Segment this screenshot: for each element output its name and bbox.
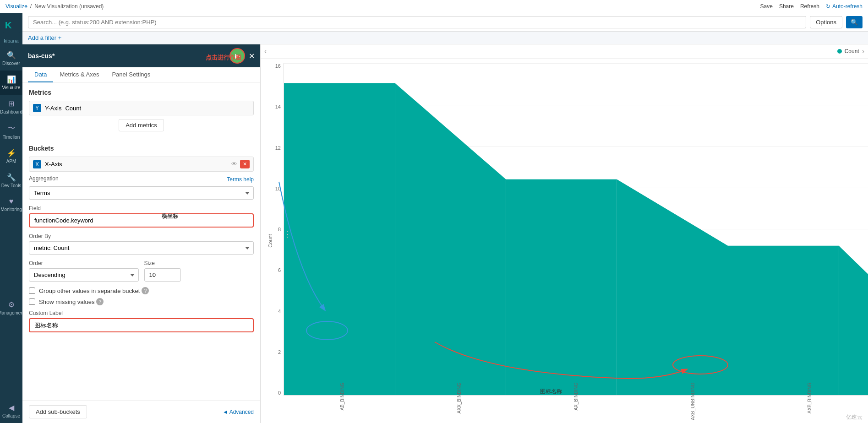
tab-data[interactable]: Data	[28, 67, 53, 82]
sidebar-item-apm[interactable]: ⚡ APM	[0, 144, 22, 168]
panel-tabs: Data Metrics & Axes Panel Settings	[22, 67, 260, 82]
panel-header: bas-cus* ✕	[22, 44, 260, 67]
order-by-select[interactable]: metric: Count	[29, 241, 254, 255]
visualize-icon: 📊	[7, 75, 16, 84]
show-missing-row: Show missing values ?	[29, 298, 254, 305]
metric-yaxis-label: Y-Axis	[45, 105, 61, 112]
sidebar-item-label: Dashboard	[0, 109, 22, 114]
run-button[interactable]	[229, 48, 245, 64]
sidebar-item-label: Discover	[2, 61, 20, 66]
save-button[interactable]: Save	[760, 3, 773, 10]
sidebar-item-devtools[interactable]: 🔧 Dev Tools	[0, 168, 22, 193]
legend-count-label: Count	[845, 48, 859, 54]
add-subbuckets-button[interactable]: Add sub-buckets	[29, 405, 87, 418]
sidebar-item-timelion[interactable]: 〜 Timelion	[0, 119, 22, 144]
sidebar-item-management[interactable]: ⚙ Management	[0, 296, 22, 320]
order-label: Order	[29, 260, 139, 266]
sidebar-item-collapse[interactable]: ◀ Collapse	[0, 399, 22, 423]
tab-panel-settings[interactable]: Panel Settings	[105, 67, 157, 82]
filter-bar: Add a filter +	[22, 32, 868, 44]
breadcrumb-visualize[interactable]: Visualize	[5, 3, 27, 10]
panel-content: Metrics Y Y-Axis Count Add metrics Bucke…	[22, 82, 260, 400]
metric-row-yaxis: Y Y-Axis Count	[29, 101, 254, 115]
order-select[interactable]: Descending	[29, 268, 139, 282]
search-button[interactable]: 🔍	[846, 16, 863, 28]
sidebar-item-label: Timelion	[3, 135, 20, 140]
bucket-toggle-button[interactable]: 👁	[230, 160, 238, 168]
show-missing-label: Show missing values ?	[39, 298, 104, 305]
advanced-link[interactable]: ◄ Advanced	[223, 409, 254, 415]
metric-icon: Y	[33, 104, 41, 112]
x-label: AB_BINDING	[340, 383, 345, 411]
field-label: Field	[29, 205, 254, 212]
order-group: Order Descending	[29, 260, 139, 282]
buckets-section-title: Buckets	[29, 145, 254, 152]
x-label: AXX_BINDING	[457, 383, 462, 413]
breadcrumb: Visualize / New Visualization (unsaved)	[5, 3, 104, 10]
size-group: Size	[144, 260, 254, 282]
search-bar: Options 🔍	[22, 13, 868, 32]
kibana-logo[interactable]: K	[3, 17, 20, 33]
aggregation-header: Aggregation Terms help	[29, 175, 254, 184]
top-bar: Visualize / New Visualization (unsaved) …	[0, 0, 868, 13]
chart-nav-right[interactable]: ›	[862, 47, 864, 55]
aggregation-label: Aggregation	[29, 175, 59, 182]
refresh-button[interactable]: Refresh	[800, 3, 819, 10]
dashboard-icon: ⊞	[8, 99, 14, 108]
options-button[interactable]: Options	[810, 16, 842, 28]
svg-text:K: K	[5, 20, 11, 30]
bucket-header: X X-Axis 👁 ✕	[29, 157, 254, 172]
add-metrics-button[interactable]: Add metrics	[119, 119, 164, 131]
monitoring-icon: ♥	[9, 197, 14, 206]
legend-item-count: Count	[837, 48, 859, 54]
svg-rect-2	[284, 83, 395, 396]
svg-rect-6	[728, 246, 839, 395]
group-other-help-icon[interactable]: ?	[142, 287, 149, 294]
svg-marker-5	[617, 179, 728, 395]
chart-toolbar: ‹ Count ›	[261, 44, 868, 59]
size-input[interactable]	[144, 268, 181, 282]
sidebar-item-monitoring[interactable]: ♥ Monitoring	[0, 193, 22, 217]
x-axis-labels: AB_BINDING AXX_BINDING AX_BINDING AXB_UN…	[284, 383, 868, 420]
discover-icon: 🔍	[7, 51, 16, 60]
field-group: Field functionCode.keyword 横坐标	[29, 205, 254, 228]
bar-chart-svg	[284, 63, 868, 395]
terms-help-link[interactable]: Terms help	[227, 176, 254, 183]
field-select[interactable]: functionCode.keyword	[29, 213, 254, 228]
share-button[interactable]: Share	[779, 3, 794, 10]
group-other-checkbox[interactable]	[29, 287, 35, 294]
buckets-title: Buckets	[29, 145, 54, 152]
svg-rect-4	[506, 179, 617, 395]
branding: 亿速云	[846, 413, 863, 421]
show-missing-checkbox[interactable]	[29, 298, 35, 305]
show-missing-help-icon[interactable]: ?	[96, 298, 104, 305]
tab-metrics-axes[interactable]: Metrics & Axes	[53, 67, 105, 82]
sidebar-item-visualize[interactable]: 📊 Visualize	[0, 70, 22, 95]
chart-more-options[interactable]: ⋮	[284, 229, 292, 239]
section-divider	[29, 138, 254, 138]
panel-footer: Add sub-buckets ◄ Advanced	[22, 400, 260, 423]
custom-label-input[interactable]	[29, 318, 254, 332]
top-bar-actions: Save Share Refresh ↻ Auto-refresh	[760, 3, 863, 10]
sidebar-item-discover[interactable]: 🔍 Discover	[0, 46, 22, 70]
close-button[interactable]: ✕	[249, 52, 255, 60]
auto-refresh-button[interactable]: ↻ Auto-refresh	[826, 3, 863, 10]
group-other-row: Group other values in separate bucket ?	[29, 287, 254, 294]
aggregation-select[interactable]: Terms	[29, 186, 254, 200]
content-area: Options 🔍 Add a filter + bas-cus* ✕	[22, 13, 868, 423]
x-label: AXB_UNBINDING	[690, 383, 695, 420]
search-input[interactable]	[28, 16, 806, 28]
bucket-remove-button[interactable]: ✕	[240, 160, 250, 168]
add-filter-button[interactable]: Add a filter +	[28, 34, 61, 41]
chart-inner: AB_BINDING AXX_BINDING AX_BINDING AXB_UN…	[284, 63, 868, 396]
sidebar-item-dashboard[interactable]: ⊞ Dashboard	[0, 95, 22, 119]
collapse-icon: ◀	[9, 403, 14, 412]
panel-title: bas-cus*	[28, 52, 55, 60]
chart-label-annotation: 图标名称	[540, 388, 562, 396]
apm-icon: ⚡	[7, 149, 16, 157]
sidebar-item-label: Monitoring	[0, 207, 22, 212]
bucket-icon: X	[33, 160, 41, 168]
chart-nav-left[interactable]: ‹	[264, 47, 267, 55]
timelion-icon: 〜	[8, 124, 15, 133]
svg-marker-3	[395, 83, 506, 396]
